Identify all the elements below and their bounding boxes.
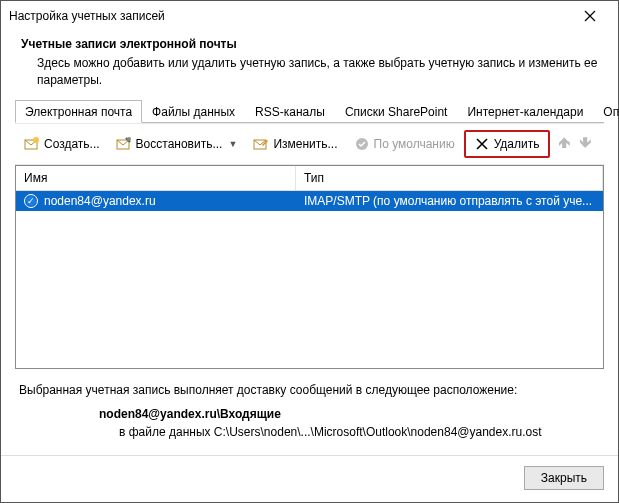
dialog-footer: Закрыть [1,455,618,502]
close-button[interactable] [570,2,610,30]
tab-internet-calendars[interactable]: Интернет-календари [457,100,593,123]
content-area: Электронная почта Файлы данных RSS-канал… [1,99,618,455]
column-name[interactable]: Имя [16,166,296,190]
row-type: IMAP/SMTP (по умолчанию отправлять с это… [304,194,592,208]
tab-rss[interactable]: RSS-каналы [245,100,335,123]
create-label: Создать... [44,137,100,151]
close-dialog-button[interactable]: Закрыть [524,466,604,490]
delivery-info: Выбранная учетная запись выполняет доста… [15,369,604,445]
tab-sharepoint-label: Списки SharePoint [345,105,448,119]
repair-icon [116,136,132,152]
accounts-table: Имя Тип ✓ noden84@yandex.ru IMAP/SMTP (п… [15,165,604,369]
default-account-icon: ✓ [24,194,38,208]
tab-rss-label: RSS-каналы [255,105,325,119]
tab-email-label: Электронная почта [25,105,132,119]
tab-data-files[interactable]: Файлы данных [142,100,245,123]
row-name-cell: ✓ noden84@yandex.ru [16,192,296,210]
delete-button[interactable]: Удалить [464,130,550,158]
row-name: noden84@yandex.ru [44,194,156,208]
edit-label: Изменить... [273,137,337,151]
column-type-label: Тип [304,171,324,185]
default-button: По умолчанию [347,132,462,156]
restore-label: Восстановить... [136,137,223,151]
tab-internet-calendars-label: Интернет-календари [467,105,583,119]
titlebar: Настройка учетных записей [1,1,618,31]
toolbar: Создать... Восстановить... ▼ Изменить... [15,123,604,165]
table-header: Имя Тип [16,166,603,191]
tab-email[interactable]: Электронная почта [15,100,142,123]
header-description: Здесь можно добавить или удалить учетную… [21,55,598,89]
move-down-icon: 🡻 [579,136,592,151]
header-block: Учетные записи электронной почты Здесь м… [1,31,618,99]
delivery-line3: в файле данных C:\Users\noden\...\Micros… [19,425,600,439]
edit-button[interactable]: Изменить... [246,132,344,156]
tab-published-label: Опублико [603,105,619,119]
table-row[interactable]: ✓ noden84@yandex.ru IMAP/SMTP (по умолча… [16,191,603,211]
column-type[interactable]: Тип [296,166,603,190]
delete-x-icon [474,136,490,152]
edit-icon [253,136,269,152]
tab-published[interactable]: Опублико [593,100,619,123]
tab-sharepoint[interactable]: Списки SharePoint [335,100,458,123]
svg-point-3 [127,137,131,141]
delivery-line1: Выбранная учетная запись выполняет доста… [19,383,600,397]
svg-point-1 [33,137,39,143]
tab-data-files-label: Файлы данных [152,105,235,119]
row-type-cell: IMAP/SMTP (по умолчанию отправлять с это… [296,192,603,210]
close-dialog-label: Закрыть [541,471,587,485]
column-name-label: Имя [24,171,47,185]
new-mail-icon [24,136,40,152]
delivery-line2: noden84@yandex.ru\Входящие [19,407,600,421]
tabs-row: Электронная почта Файлы данных RSS-канал… [15,99,604,123]
delete-label: Удалить [494,137,540,151]
header-title: Учетные записи электронной почты [21,37,598,51]
dialog-window: Настройка учетных записей Учетные записи… [0,0,619,503]
reorder-arrows: 🡹 🡻 [552,136,598,151]
close-icon [584,10,596,22]
move-up-icon: 🡹 [558,136,571,151]
window-title: Настройка учетных записей [9,9,570,23]
default-label: По умолчанию [374,137,455,151]
restore-button[interactable]: Восстановить... ▼ [109,132,245,156]
chevron-down-icon: ▼ [228,139,237,149]
create-button[interactable]: Создать... [17,132,107,156]
check-circle-icon [354,136,370,152]
